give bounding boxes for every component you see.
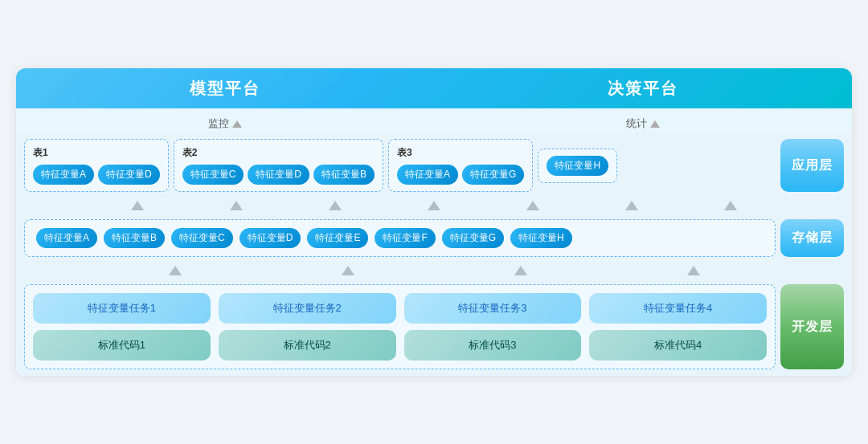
dev-code-2: 标准代码3 bbox=[404, 330, 582, 360]
chip-0-1: 特征变量D bbox=[98, 165, 160, 185]
dev-layer-label: 开发层 bbox=[780, 284, 844, 369]
dev-task-3: 特征变量任务4 bbox=[589, 293, 767, 324]
storage-chip-1: 特征变量B bbox=[104, 228, 165, 248]
storage-chip-5: 特征变量F bbox=[375, 228, 435, 248]
arrow-cell-1-6 bbox=[681, 201, 780, 210]
arrow-icon-2-3 bbox=[687, 266, 700, 275]
application-layer-label: 应用层 bbox=[780, 139, 844, 192]
table-box-0: 表1特征变量A特征变量D bbox=[24, 139, 169, 192]
dev-layer-row: 特征变量任务1标准代码1特征变量任务2标准代码2特征变量任务3标准代码3特征变量… bbox=[24, 284, 844, 369]
arrow-cell-1-5 bbox=[582, 201, 681, 210]
arrow-icon-1-3 bbox=[428, 201, 440, 210]
arrow-cell-2-1 bbox=[261, 266, 434, 275]
main-container: 模型平台 决策平台 监控 统计 表1特征变量A特征变量D表2特征变量C特征变量D… bbox=[16, 68, 852, 376]
storage-layer-row: 特征变量A特征变量B特征变量C特征变量D特征变量E特征变量F特征变量G特征变量H… bbox=[24, 219, 844, 257]
chip-1-1: 特征变量D bbox=[248, 165, 309, 185]
dev-code-1: 标准代码2 bbox=[219, 330, 396, 360]
storage-chip-2: 特征变量C bbox=[171, 228, 233, 248]
table-label-0: 表1 bbox=[33, 146, 160, 160]
storage-layer-content: 特征变量A特征变量B特征变量C特征变量D特征变量E特征变量F特征变量G特征变量H bbox=[24, 219, 776, 257]
chip-2-0: 特征变量A bbox=[397, 165, 458, 185]
arrow-up-monitor bbox=[232, 120, 242, 128]
storage-chip-7: 特征变量H bbox=[510, 228, 572, 248]
chips-1: 特征变量C特征变量D特征变量B bbox=[182, 165, 375, 185]
arrow-icon-1-2 bbox=[329, 201, 342, 210]
monitor-label-left: 监控 bbox=[16, 116, 434, 131]
chip-3-0: 特征变量H bbox=[547, 156, 608, 176]
arrow-icon-1-4 bbox=[526, 201, 539, 210]
dev-column-2: 特征变量任务3标准代码3 bbox=[404, 293, 582, 360]
arrow-up-stats bbox=[650, 120, 660, 128]
storage-chip-3: 特征变量D bbox=[240, 228, 301, 248]
arrow-icon-2-0 bbox=[169, 266, 182, 275]
arrow-cell-1-3 bbox=[385, 201, 484, 210]
arrow-icon-1-5 bbox=[625, 201, 638, 210]
chips-3: 特征变量H bbox=[547, 156, 608, 176]
chip-0-0: 特征变量A bbox=[33, 165, 94, 185]
dev-code-3: 标准代码4 bbox=[589, 330, 767, 360]
table-label-1: 表2 bbox=[182, 146, 375, 160]
application-layer-row: 表1特征变量A特征变量D表2特征变量C特征变量D特征变量B表3特征变量A特征变量… bbox=[24, 139, 844, 192]
arrow-cell-2-0 bbox=[88, 266, 261, 275]
arrow-icon-1-6 bbox=[724, 201, 737, 210]
chips-0: 特征变量A特征变量D bbox=[33, 165, 160, 185]
arrows-row-2 bbox=[24, 262, 844, 279]
dev-task-0: 特征变量任务1 bbox=[33, 293, 211, 324]
arrow-icon-1-1 bbox=[230, 201, 243, 210]
arrow-cell-1-0 bbox=[88, 201, 187, 210]
chip-1-0: 特征变量C bbox=[182, 165, 244, 185]
platform-left-label: 模型平台 bbox=[16, 78, 434, 100]
dev-task-1: 特征变量任务2 bbox=[219, 293, 396, 324]
monitor-row: 监控 统计 bbox=[16, 108, 852, 132]
chip-1-2: 特征变量B bbox=[313, 165, 375, 185]
storage-chip-6: 特征变量G bbox=[442, 228, 504, 248]
dev-task-2: 特征变量任务3 bbox=[404, 293, 582, 324]
table-box-2: 表3特征变量A特征变量G bbox=[388, 139, 533, 192]
arrow-cell-1-4 bbox=[483, 201, 582, 210]
arrow-cell-1-1 bbox=[187, 201, 286, 210]
layers-wrapper: 表1特征变量A特征变量D表2特征变量C特征变量D特征变量B表3特征变量A特征变量… bbox=[16, 132, 852, 376]
arrow-cell-1-2 bbox=[286, 201, 385, 210]
arrow-cell-2-3 bbox=[607, 266, 780, 275]
dev-column-3: 特征变量任务4标准代码4 bbox=[589, 293, 767, 360]
monitor-label-right: 统计 bbox=[434, 116, 852, 131]
dev-column-0: 特征变量任务1标准代码1 bbox=[33, 293, 211, 360]
dev-column-1: 特征变量任务2标准代码2 bbox=[219, 293, 396, 360]
application-layer-content: 表1特征变量A特征变量D表2特征变量C特征变量D特征变量B表3特征变量A特征变量… bbox=[24, 139, 776, 192]
platform-header: 模型平台 决策平台 bbox=[16, 68, 852, 108]
chips-2: 特征变量A特征变量G bbox=[397, 165, 524, 185]
arrow-icon-2-1 bbox=[342, 266, 354, 275]
storage-chip-0: 特征变量A bbox=[36, 228, 97, 248]
arrow-icon-1-0 bbox=[131, 201, 144, 210]
dev-code-0: 标准代码1 bbox=[33, 330, 211, 360]
storage-chip-4: 特征变量E bbox=[307, 228, 368, 248]
arrow-icon-2-2 bbox=[514, 266, 527, 275]
table-box-3: 特征变量H bbox=[538, 149, 617, 183]
arrow-cell-2-2 bbox=[434, 266, 607, 275]
table-box-1: 表2特征变量C特征变量D特征变量B bbox=[174, 139, 383, 192]
table-label-2: 表3 bbox=[397, 146, 524, 160]
storage-layer-label: 存储层 bbox=[780, 219, 844, 257]
platform-right-label: 决策平台 bbox=[434, 78, 852, 100]
chip-2-1: 特征变量G bbox=[462, 165, 524, 185]
dev-layer-content: 特征变量任务1标准代码1特征变量任务2标准代码2特征变量任务3标准代码3特征变量… bbox=[24, 284, 776, 369]
arrows-row-1 bbox=[24, 197, 844, 214]
